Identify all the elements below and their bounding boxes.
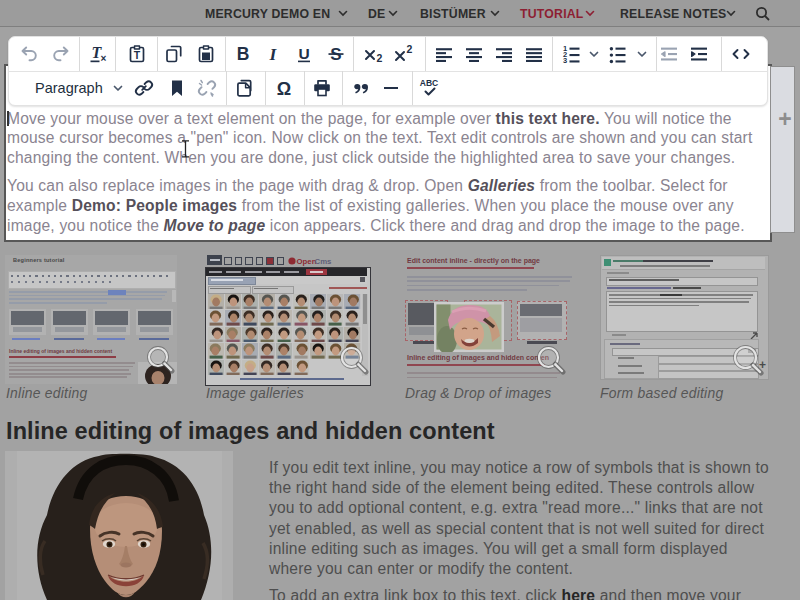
svg-text:T: T	[134, 49, 141, 61]
svg-text:ABC: ABC	[420, 78, 438, 88]
svg-text:2: 2	[377, 52, 383, 64]
svg-text:U: U	[298, 45, 309, 62]
svg-text:B: B	[237, 44, 250, 64]
svg-text:3: 3	[563, 56, 567, 65]
svg-text:I: I	[269, 44, 278, 64]
svg-text:×: ×	[101, 53, 107, 64]
svg-text:Ω: Ω	[277, 79, 291, 99]
svg-text:Cms: Cms	[315, 257, 333, 266]
svg-text:2: 2	[407, 43, 413, 55]
